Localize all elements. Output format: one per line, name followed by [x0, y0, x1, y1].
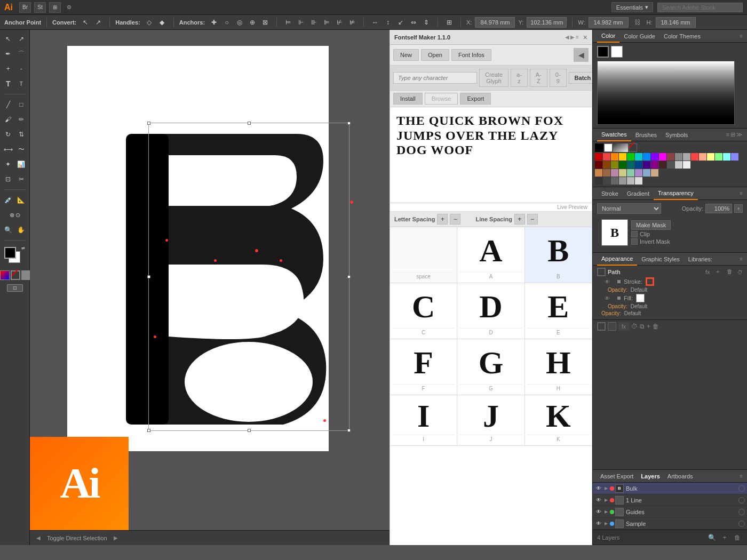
create-glyph-button[interactable]: Create Glyph — [479, 69, 508, 87]
swatch-mauve[interactable] — [611, 169, 618, 177]
open-font-button[interactable]: Open — [421, 49, 449, 61]
align-btn-2[interactable]: ⊩ — [295, 17, 307, 28]
grid-btn[interactable]: ⊞ — [443, 17, 455, 28]
swatch-cyan[interactable] — [635, 153, 642, 161]
grid-icon[interactable]: ⊞ — [49, 2, 61, 13]
glyph-cell-A[interactable]: A A — [457, 227, 525, 283]
anchors-btn-3[interactable]: ◎ — [234, 17, 245, 28]
glyph-cell-J[interactable]: J J — [457, 395, 525, 445]
panel-arrow-right[interactable]: ▶ — [570, 34, 575, 40]
w-input[interactable] — [589, 17, 629, 28]
appearance-fill-icon[interactable] — [608, 322, 616, 331]
settings-icon[interactable]: ⚙ — [64, 3, 74, 12]
align-btn-4[interactable]: ⊫ — [321, 17, 332, 28]
handle-lm[interactable] — [147, 275, 150, 278]
swatch-darker-gray[interactable] — [603, 177, 610, 185]
blend-tool[interactable]: ⊗ ⊙ — [2, 208, 28, 222]
letter-spacing-minus[interactable]: − — [450, 214, 460, 225]
tab-graphic-styles[interactable]: Graphic Styles — [637, 253, 684, 266]
handle-tm[interactable] — [248, 122, 251, 125]
swatch-light-green[interactable] — [715, 153, 722, 161]
swatch-dark-brown[interactable] — [659, 161, 666, 169]
next-artboard-icon[interactable]: ▶ — [112, 534, 120, 542]
swatch-dark-green[interactable] — [619, 161, 626, 169]
link-btn[interactable]: ⛓ — [632, 17, 643, 28]
swatch-black[interactable] — [595, 143, 603, 152]
tab-gradient[interactable]: Gradient — [623, 187, 654, 200]
tab-transparency[interactable]: Transparency — [654, 187, 698, 200]
swatch-sienna[interactable] — [603, 169, 610, 177]
pen-tool[interactable]: ✒ — [2, 47, 15, 61]
align-btn-3[interactable]: ⊪ — [308, 17, 320, 28]
tab-asset-export[interactable]: Asset Export — [597, 470, 637, 483]
panel-menu-icon[interactable]: ≡ — [576, 34, 579, 40]
blend-mode-dropdown[interactable]: Normal — [597, 203, 661, 214]
swatch-light-gray[interactable] — [683, 153, 690, 161]
stroke-visibility-icon[interactable]: 👁 — [603, 278, 611, 285]
char-input[interactable] — [393, 72, 477, 84]
layer-sample-expand[interactable]: ▶ — [603, 520, 609, 527]
y-coord-input[interactable] — [527, 17, 567, 28]
fill-visibility-icon[interactable]: 👁 — [603, 294, 611, 302]
digits-button[interactable]: 0-9 — [550, 69, 567, 87]
swatch-light-red[interactable] — [603, 153, 610, 161]
swatches-menu-icon[interactable]: ≫ — [736, 131, 743, 138]
layer-row-guides[interactable]: 👁 ▶ Guides — [593, 506, 747, 518]
pencil-tool[interactable]: ✏ — [15, 113, 28, 126]
swatch-brown[interactable] — [667, 153, 674, 161]
dist-btn-3[interactable]: ↙ — [395, 17, 407, 28]
swatch-magenta[interactable] — [659, 153, 666, 161]
essentials-button[interactable]: Essentials ▾ — [611, 2, 653, 12]
hand-tool[interactable]: ✋ — [15, 223, 28, 237]
convert-btn-1[interactable]: ↖ — [80, 17, 91, 28]
tab-swatches[interactable]: Swatches — [597, 129, 631, 141]
swatch-near-white[interactable] — [683, 161, 690, 169]
handles-btn-1[interactable]: ◇ — [144, 17, 155, 28]
bezier-point-3[interactable] — [214, 259, 217, 262]
layer-sample-target[interactable] — [738, 521, 745, 527]
font-infos-button[interactable]: Font Infos — [451, 49, 491, 61]
appearance-stroke-icon[interactable] — [597, 322, 606, 331]
handle-bl[interactable] — [147, 429, 150, 432]
make-mask-button[interactable]: Make Mask — [631, 220, 671, 230]
lasso-tool[interactable]: ⌒ — [15, 47, 28, 61]
panel-nav-arrow[interactable]: ◀ — [574, 48, 589, 62]
h-input[interactable] — [656, 17, 696, 28]
glyph-cell-G[interactable]: G G — [457, 339, 525, 395]
add-anchor-tool[interactable]: + — [2, 62, 15, 76]
swatch-dark-orange[interactable] — [603, 161, 610, 169]
search-layers-btn[interactable]: 🔍 — [706, 532, 717, 543]
layer-1line-visibility[interactable]: 👁 — [595, 497, 602, 504]
tab-artboards[interactable]: Artboards — [664, 470, 696, 483]
fill-color-indicator[interactable] — [636, 294, 645, 302]
rect-tool[interactable]: □ — [15, 98, 28, 111]
swatch-white[interactable] — [604, 143, 613, 152]
appearance-duplicate-icon[interactable]: ⧉ — [640, 323, 645, 330]
swatch-light-yellow[interactable] — [707, 153, 714, 161]
glyph-cell-C[interactable]: C C — [390, 283, 457, 339]
swatch-gray[interactable] — [675, 153, 682, 161]
clip-checkbox[interactable] — [631, 231, 638, 237]
swatch-khaki[interactable] — [619, 169, 626, 177]
layer-row-sample[interactable]: 👁 ▶ Sample — [593, 518, 747, 530]
tab-color-guide[interactable]: Color Guide — [619, 30, 659, 43]
layer-bulk-lock[interactable] — [730, 485, 737, 492]
direct-selection-tool[interactable]: ↗ — [15, 32, 28, 46]
handle-rm[interactable] — [347, 275, 351, 278]
panel-arrow-left[interactable]: ◀ — [565, 34, 569, 40]
AZ-button[interactable]: A-Z — [530, 69, 547, 87]
glyph-cell-H[interactable]: H H — [525, 339, 592, 395]
bezier-point-7[interactable] — [323, 419, 326, 422]
opacity-stepper[interactable]: ▾ — [734, 204, 743, 213]
align-btn-1[interactable]: ⊨ — [282, 17, 294, 28]
bezier-point-1[interactable] — [350, 201, 353, 204]
stock-search-input[interactable] — [657, 3, 743, 12]
layer-row-bulk[interactable]: 👁 ▶ B Bulk — [593, 483, 747, 494]
appearance-delete-icon[interactable]: 🗑 — [653, 323, 659, 330]
swatch-red[interactable] — [595, 153, 602, 161]
swatch-gradient[interactable] — [613, 143, 628, 152]
swatch-light-medium-gray[interactable] — [619, 177, 626, 185]
install-button[interactable]: Install — [393, 93, 423, 105]
handle-tl[interactable] — [147, 122, 150, 125]
layer-1line-lock[interactable] — [730, 497, 737, 504]
